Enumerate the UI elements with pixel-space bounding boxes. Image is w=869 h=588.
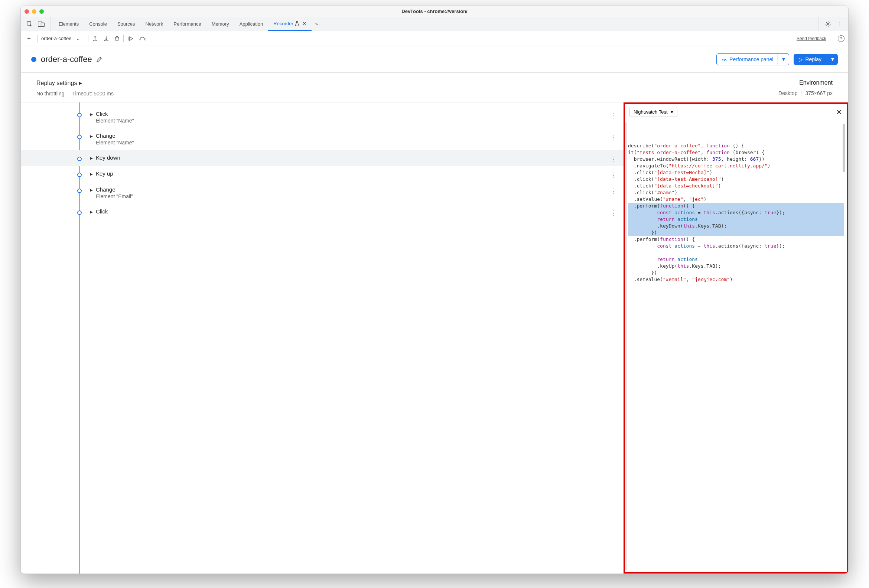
steps-pane: ▸ Click Element "Name" ⋮ ▸ Change Elemen…: [21, 102, 490, 332]
close-tab-icon[interactable]: ✕: [302, 21, 306, 27]
window-title: DevTools - chrome://version/: [21, 9, 490, 14]
tab-console[interactable]: Console: [84, 17, 112, 31]
step-bullet: [77, 113, 82, 117]
recording-selector[interactable]: order-a-coffee: [41, 36, 71, 41]
tab-application[interactable]: Application: [234, 17, 268, 31]
recorder-toolbar: ＋ order-a-coffee ⌄ Send feedback ?: [21, 31, 490, 46]
close-window-button[interactable]: [25, 9, 29, 14]
svg-rect-2: [41, 23, 44, 27]
caret-right-icon: ▸: [90, 133, 93, 139]
replay-settings-toggle[interactable]: Replay settings ▸: [36, 80, 114, 86]
step-bullet: [77, 210, 82, 215]
step-bullet: [77, 135, 82, 139]
recording-title: order-a-coffee: [41, 55, 92, 64]
caret-right-icon: ▸: [90, 154, 93, 161]
tabs-overflow-button[interactable]: »: [311, 21, 322, 27]
flask-icon: [295, 21, 299, 26]
step-row[interactable]: ▸ Key down ⋮: [21, 150, 490, 166]
caret-right-icon: ▸: [90, 187, 93, 193]
recording-status-dot: [31, 57, 36, 62]
step-bullet: [77, 157, 82, 161]
inspect-icon[interactable]: [27, 21, 33, 27]
step-row[interactable]: ▸ Key up ⋮: [21, 166, 490, 182]
tab-recorder[interactable]: Recorder ✕: [268, 17, 311, 31]
maximize-window-button[interactable]: [39, 9, 44, 14]
step-row[interactable]: ▸ Change Element "Email" ⋮: [21, 182, 490, 204]
timeout-value: Timeout: 5000 ms: [72, 90, 114, 96]
tab-network[interactable]: Network: [140, 17, 169, 31]
settings-row: Replay settings ▸ No throttling Timeout:…: [21, 73, 490, 99]
panel-tabbar: Elements Console Sources Network Perform…: [21, 17, 490, 31]
tab-sources[interactable]: Sources: [112, 17, 140, 31]
step-row[interactable]: ▸ Click Element "Name" ⋮: [21, 106, 490, 128]
recording-dropdown-icon[interactable]: ⌄: [76, 36, 80, 41]
edit-title-icon[interactable]: [96, 56, 102, 63]
new-recording-button[interactable]: ＋: [25, 34, 33, 42]
main-split: ▸ Click Element "Name" ⋮ ▸ Change Elemen…: [21, 102, 490, 332]
caret-right-icon: ▸: [90, 170, 93, 178]
svg-point-4: [139, 39, 141, 40]
export-icon[interactable]: [92, 36, 98, 41]
titlebar: DevTools - chrome://version/: [21, 6, 490, 17]
tab-memory[interactable]: Memory: [206, 17, 234, 31]
device-toolbar-icon[interactable]: [38, 22, 44, 27]
caret-right-icon: ▸: [79, 80, 82, 86]
step-bullet: [77, 188, 82, 193]
throttling-value: No throttling: [36, 90, 64, 96]
step-row[interactable]: ▸ Click ⋮: [21, 204, 490, 220]
step-row[interactable]: ▸ Change Element "Name" ⋮: [21, 128, 490, 150]
delete-icon[interactable]: [114, 36, 120, 41]
import-icon[interactable]: [103, 36, 109, 41]
devtools-window: DevTools - chrome://version/ Elements Co…: [21, 6, 490, 332]
window-controls: [25, 9, 44, 14]
caret-right-icon: ▸: [90, 208, 93, 215]
step-bullet: [77, 173, 82, 177]
recording-header: order-a-coffee Performance panel ▾ ▷ Rep…: [21, 46, 490, 73]
minimize-window-button[interactable]: [32, 9, 36, 14]
continue-icon[interactable]: [128, 36, 134, 41]
tab-performance[interactable]: Performance: [168, 17, 206, 31]
tab-elements[interactable]: Elements: [53, 17, 84, 31]
step-icon[interactable]: [139, 36, 147, 41]
caret-right-icon: ▸: [90, 111, 93, 118]
